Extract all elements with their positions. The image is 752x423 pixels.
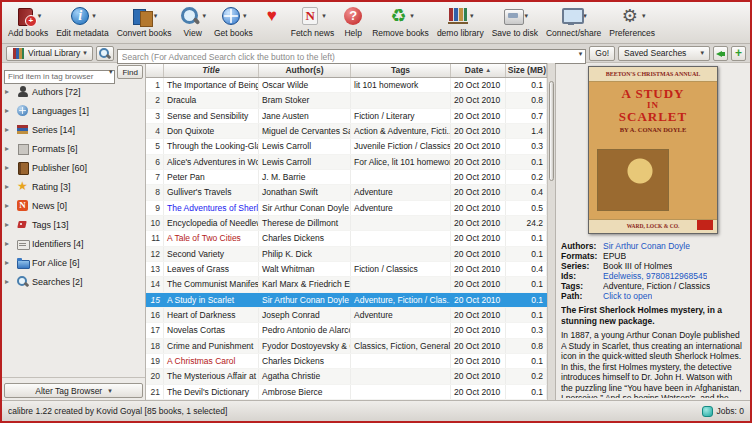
sidebar-item-publisher[interactable]: ▸Publisher [60] — [2, 158, 145, 177]
find-item-input[interactable] — [4, 70, 115, 84]
field-value[interactable]: Click to open — [603, 291, 652, 301]
jobs-label[interactable]: Jobs: 0 — [717, 406, 744, 416]
book-row[interactable]: 16Heart of DarknessJoseph ConradAdventur… — [146, 308, 547, 323]
book-row[interactable]: 10Encyclopedia of NeedleworkTherese de D… — [146, 216, 547, 231]
find-button[interactable]: Find — [117, 65, 143, 79]
toolbar-button-help[interactable]: Help — [338, 3, 368, 43]
sidebar-item-series[interactable]: ▸Series [14] — [2, 120, 145, 139]
cell-date: 20 Oct 2010 — [451, 124, 506, 138]
toolbar-button-view[interactable]: ▾View — [175, 3, 210, 43]
toolbar-button-save-to-disk[interactable]: ▾Save to disk — [488, 3, 542, 43]
detail-field: Ids:Edelweiss, 9780812968545 — [561, 271, 745, 281]
expand-arrow-icon[interactable]: ▸ — [5, 144, 13, 153]
book-row[interactable]: 9The Adventures of Sherlock ...Sir Arthu… — [146, 201, 547, 216]
toolbar-button-edit-metadata[interactable]: ▾Edit metadata — [52, 3, 112, 43]
column-header-rownum[interactable] — [146, 63, 164, 77]
fetch-news-icon — [299, 5, 321, 27]
book-row[interactable]: 1The Importance of Being Ear...Oscar Wil… — [146, 78, 547, 93]
column-header-date[interactable]: Date▲ — [451, 63, 506, 77]
saved-searches-select[interactable]: Saved Searches ▾ — [618, 46, 710, 61]
expand-arrow-icon[interactable]: ▸ — [5, 277, 13, 286]
cell-title: Through the Looking-Glass — [164, 139, 259, 153]
sort-asc-icon: ▲ — [485, 67, 491, 73]
book-row[interactable]: 13Leaves of GrassWalt WhitmanFiction / C… — [146, 262, 547, 277]
book-row[interactable]: 3Sense and SensibilityJane AustenFiction… — [146, 109, 547, 124]
expand-arrow-icon[interactable]: ▸ — [5, 163, 13, 172]
cell-size: 0.1 — [506, 247, 547, 261]
chevron-down-icon[interactable]: ▾ — [109, 68, 113, 76]
toolbar-button-donate[interactable] — [257, 3, 287, 43]
sidebar-item-authors[interactable]: ▸Authors [72] — [2, 82, 145, 101]
virtual-library-button[interactable]: Virtual Library ▾ — [6, 46, 93, 61]
expand-arrow-icon[interactable]: ▸ — [5, 239, 13, 248]
toolbar-button-fetch-news[interactable]: ▾Fetch news — [287, 3, 338, 43]
book-row[interactable]: 5Through the Looking-GlassLewis CarrollJ… — [146, 139, 547, 154]
column-header-authors[interactable]: Author(s) — [259, 63, 351, 77]
field-value[interactable]: Sir Arthur Conan Doyle — [603, 241, 690, 251]
sidebar-item-news[interactable]: ▸News [0] — [2, 196, 145, 215]
toolbar-button-library[interactable]: ▾demo library — [433, 3, 488, 43]
book-cover[interactable]: BEETON'S CHRISTMAS ANNUAL A STUDY IN SCA… — [588, 66, 718, 234]
book-row[interactable]: 12Second VarietyPhilip K. Dick20 Oct 201… — [146, 247, 547, 262]
advanced-search-button[interactable] — [96, 46, 114, 61]
sidebar-item-identifiers[interactable]: ▸Identifiers [4] — [2, 234, 145, 253]
sidebar-item-languages[interactable]: ▸Languages [1] — [2, 101, 145, 120]
book-row[interactable]: 20The Mysterious Affair at StylesAgatha … — [146, 369, 547, 384]
add-saved-search-button[interactable] — [731, 46, 746, 61]
book-row[interactable]: 14The Communist ManifestoKarl Marx & Fri… — [146, 277, 547, 292]
cell-authors: Sir Arthur Conan Doyle — [259, 293, 351, 307]
search-input[interactable] — [117, 49, 586, 64]
field-value[interactable]: Edelweiss, 9780812968545 — [603, 271, 707, 281]
toolbar-button-preferences[interactable]: ▾Preferences — [605, 3, 659, 43]
toolbar-button-remove-books[interactable]: ▾Remove books — [368, 3, 433, 43]
expand-arrow-icon[interactable]: ▸ — [5, 201, 13, 210]
scrollbar-thumb[interactable] — [549, 81, 554, 181]
toolbar-button-connect-share[interactable]: ▾Connect/share — [542, 3, 605, 43]
toolbar-button-label: Connect/share — [546, 28, 601, 38]
toolbar-button-convert-books[interactable]: ▾Convert books — [113, 3, 176, 43]
book-row[interactable]: 11A Tale of Two CitiesCharles Dickens20 … — [146, 231, 547, 246]
book-row[interactable]: 17Novelas CortasPedro Antonio de Alarcón… — [146, 323, 547, 338]
book-row[interactable]: 15A Study in ScarletSir Arthur Conan Doy… — [146, 293, 547, 308]
vertical-scrollbar[interactable] — [547, 63, 555, 400]
book-row[interactable]: 18Crime and PunishmentFyodor Dostoyevsky… — [146, 339, 547, 354]
cell-tags: Action & Adventure, Ficti... — [351, 124, 451, 138]
book-row[interactable]: 2DraculaBram Stoker20 Oct 20100.8 — [146, 93, 547, 108]
column-header-size[interactable]: Size (MB) — [506, 63, 547, 77]
expand-arrow-icon[interactable]: ▸ — [5, 106, 13, 115]
alter-tag-browser-button[interactable]: Alter Tag Browser ▾ — [4, 383, 143, 398]
sidebar-item-formats[interactable]: ▸Formats [6] — [2, 139, 145, 158]
cell-size: 0.1 — [506, 78, 547, 92]
sidebar-item-label: News [0] — [32, 201, 67, 211]
search-history-chevron-icon[interactable]: ▾ — [579, 50, 583, 58]
book-row[interactable]: 4Don QuixoteMiguel de Cervantes Saa...Ac… — [146, 124, 547, 139]
book-row[interactable]: 7Peter PanJ. M. Barrie20 Oct 20100.2 — [146, 170, 547, 185]
book-row[interactable]: 21The Devil's DictionaryAmbrose Bierce20… — [146, 385, 547, 400]
sidebar-item-rating[interactable]: ▸Rating [3] — [2, 177, 145, 196]
cell-date: 20 Oct 2010 — [451, 293, 506, 307]
sidebar-item-for-alice[interactable]: ▸For Alice [6] — [2, 253, 145, 272]
expand-arrow-icon[interactable]: ▸ — [5, 182, 13, 191]
expand-arrow-icon[interactable]: ▸ — [5, 220, 13, 229]
expand-arrow-icon[interactable]: ▸ — [5, 125, 13, 134]
cell-date: 20 Oct 2010 — [451, 247, 506, 261]
toolbar-button-add-books[interactable]: ▾Add books — [4, 3, 52, 43]
book-row[interactable]: 8Gulliver's TravelsJonathan SwiftAdventu… — [146, 185, 547, 200]
expand-arrow-icon[interactable]: ▸ — [5, 258, 13, 267]
expand-arrow-icon[interactable]: ▸ — [5, 87, 13, 96]
jobs-icon[interactable] — [702, 406, 713, 417]
field-label: Authors: — [561, 241, 603, 251]
field-label: Ids: — [561, 271, 603, 281]
book-row[interactable]: 6Alice's Adventures in Wonder...Lewis Ca… — [146, 155, 547, 170]
copy-search-to-saved-button[interactable] — [713, 46, 728, 61]
column-header-title[interactable]: Title — [164, 63, 259, 77]
column-header-tags[interactable]: Tags — [351, 63, 451, 77]
tag-browser-find-row: ▾ Find — [2, 63, 145, 81]
toolbar-button-get-books[interactable]: ▾Get books — [210, 3, 257, 43]
go-button[interactable]: Go! — [589, 46, 615, 61]
row-number: 8 — [146, 185, 164, 199]
book-row[interactable]: 19A Christmas CarolCharles Dickens20 Oct… — [146, 354, 547, 369]
sidebar-item-tags[interactable]: ▸Tags [13] — [2, 215, 145, 234]
toolbar-button-label: Help — [344, 28, 361, 38]
sidebar-item-searches[interactable]: ▸Searches [2] — [2, 272, 145, 291]
